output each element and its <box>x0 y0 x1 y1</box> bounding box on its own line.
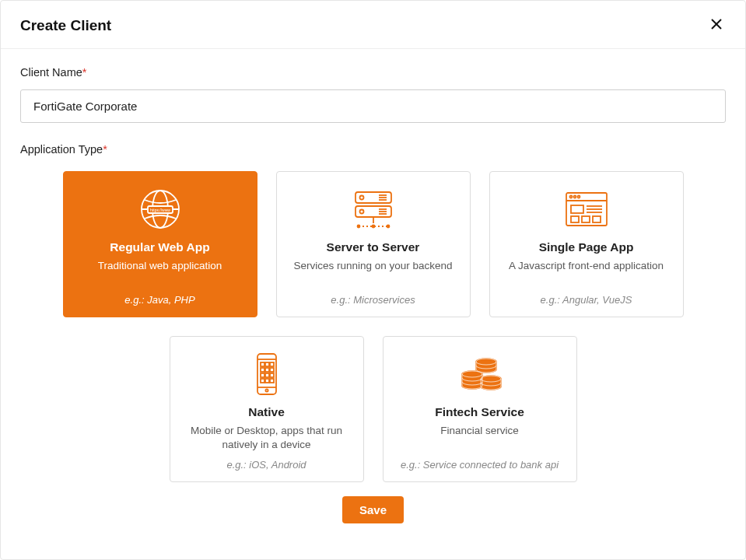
svg-point-13 <box>359 210 363 214</box>
svg-point-19 <box>357 226 359 228</box>
required-asterisk: * <box>82 66 87 79</box>
app-type-row-2: Native Mobile or Desktop, apps that run … <box>20 336 726 482</box>
modal-title: Create Client <box>20 17 111 34</box>
app-type-label: Application Type* <box>20 143 726 156</box>
card-title: Native <box>248 405 285 419</box>
card-example: e.g.: Microservices <box>331 294 415 306</box>
card-title: Regular Web App <box>110 240 209 254</box>
servers-icon <box>348 186 399 233</box>
svg-point-21 <box>387 226 389 228</box>
close-icon <box>710 18 723 33</box>
card-desc: Traditional web application <box>98 259 222 273</box>
svg-rect-49 <box>270 379 274 383</box>
globe-icon: https://www <box>137 186 184 233</box>
app-type-card-regular-web-app[interactable]: https://www Regular Web App Traditional … <box>63 171 257 317</box>
client-name-label-text: Client Name <box>20 66 82 79</box>
app-type-card-native[interactable]: Native Mobile or Desktop, apps that run … <box>170 336 364 482</box>
card-title: Fintech Service <box>435 405 524 419</box>
svg-point-37 <box>265 389 268 391</box>
svg-rect-31 <box>571 216 579 222</box>
app-type-label-text: Application Type <box>20 143 103 156</box>
card-desc: Mobile or Desktop, apps that run nativel… <box>181 424 352 452</box>
svg-rect-48 <box>265 379 269 383</box>
create-client-modal: Create Client Client Name* Application T… <box>0 0 746 560</box>
svg-text:https://www: https://www <box>150 208 170 212</box>
client-name-input[interactable] <box>20 89 726 123</box>
svg-rect-46 <box>270 373 274 377</box>
modal-header: Create Client <box>1 1 745 49</box>
svg-rect-40 <box>270 362 274 366</box>
svg-rect-38 <box>261 362 264 366</box>
app-type-card-fintech-service[interactable]: Fintech Service Financial service e.g.: … <box>383 336 577 482</box>
card-example: e.g.: Java, PHP <box>124 294 194 306</box>
card-title: Server to Server <box>327 240 420 254</box>
card-title: Single Page App <box>539 240 634 254</box>
svg-rect-43 <box>270 368 274 372</box>
modal-footer: Save <box>20 482 726 541</box>
card-desc: A Javascript front-end application <box>509 259 664 273</box>
svg-point-20 <box>372 226 374 228</box>
required-asterisk: * <box>103 143 107 156</box>
card-desc: Financial service <box>440 424 519 438</box>
svg-rect-41 <box>261 368 264 372</box>
svg-rect-44 <box>261 373 264 377</box>
svg-rect-42 <box>265 368 269 372</box>
card-example: e.g.: iOS, Android <box>226 459 306 471</box>
phone-icon <box>251 351 282 397</box>
svg-rect-45 <box>265 373 269 377</box>
svg-point-8 <box>359 196 363 200</box>
card-example: e.g.: Service connected to bank api <box>401 459 559 471</box>
svg-point-26 <box>577 196 580 198</box>
svg-point-24 <box>569 196 572 198</box>
close-button[interactable] <box>707 15 726 36</box>
card-desc: Services running on your backend <box>293 259 452 273</box>
svg-rect-32 <box>582 216 590 222</box>
svg-rect-39 <box>265 362 269 366</box>
svg-rect-27 <box>571 205 583 213</box>
svg-rect-47 <box>261 379 264 383</box>
svg-rect-33 <box>593 216 601 222</box>
save-button[interactable]: Save <box>342 496 404 523</box>
browser-window-icon <box>563 186 610 233</box>
app-type-card-single-page-app[interactable]: Single Page App A Javascript front-end a… <box>489 171 684 317</box>
client-name-label: Client Name* <box>20 66 726 79</box>
coins-icon <box>455 351 505 397</box>
app-type-row-1: https://www Regular Web App Traditional … <box>20 171 726 317</box>
app-type-card-server-to-server[interactable]: Server to Server Services running on you… <box>276 171 471 317</box>
modal-body: Client Name* Application Type* <box>1 49 745 559</box>
svg-point-25 <box>573 196 576 198</box>
card-example: e.g.: Angular, VueJS <box>541 294 632 306</box>
